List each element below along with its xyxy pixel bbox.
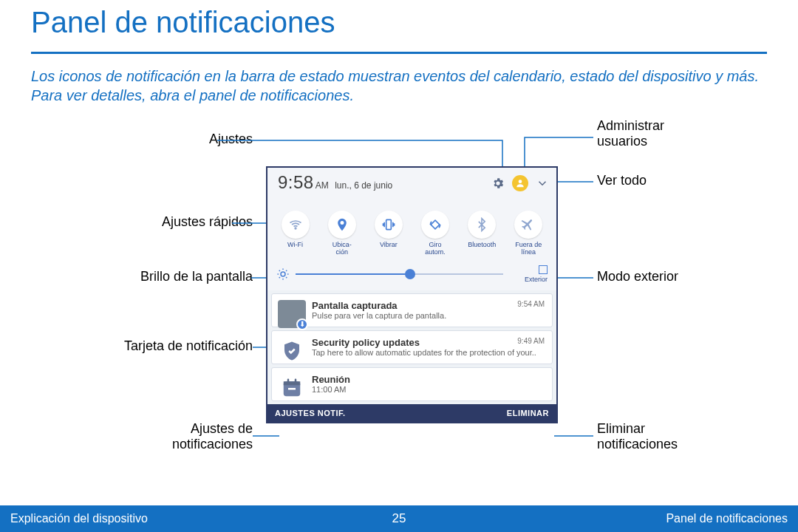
notification-card[interactable]: Reunión 11:00 AM (271, 367, 553, 401)
brightness-row: Exterior (267, 259, 556, 290)
qs-fuera-linea[interactable]: Fuera de línea (507, 211, 550, 256)
qs-wifi[interactable]: Wi-Fi (274, 211, 317, 256)
clear-all-button[interactable]: ELIMINAR (507, 409, 549, 417)
callout-admin-usuarios: Administrar usuarios (597, 118, 664, 149)
callout-ver-todo: Ver todo (597, 173, 647, 188)
airplane-icon (514, 211, 542, 239)
qs-label: Giro autom. (414, 242, 457, 256)
brightness-slider[interactable] (296, 273, 503, 275)
footer-page-number: 25 (392, 511, 406, 526)
intro-text: Los iconos de notificación en la barra d… (31, 66, 767, 105)
qs-label: Fuera de línea (507, 242, 550, 256)
footer-right: Panel de notificaciones (666, 512, 788, 525)
clock-ampm: AM (316, 180, 329, 191)
qs-label: Vibrar (367, 242, 410, 249)
outdoor-label: Exterior (525, 276, 548, 283)
clock-date: lun., 6 de junio (335, 180, 392, 191)
svg-point-4 (281, 272, 285, 276)
notif-time: 9:49 AM (517, 337, 545, 345)
notif-title: Reunión (312, 374, 546, 385)
bluetooth-icon (468, 211, 496, 239)
notification-panel: 9:58AM lun., 6 de junio Wi-Fi Ubica- ció… (266, 166, 558, 423)
notification-card[interactable]: Security policy updates Tap here to allo… (271, 330, 553, 364)
title-rule (31, 52, 767, 54)
vibrate-icon (375, 211, 403, 239)
qs-vibrar[interactable]: Vibrar (367, 211, 410, 256)
qs-label: Bluetooth (460, 242, 503, 249)
wifi-icon (282, 211, 310, 239)
notif-settings-button[interactable]: AJUSTES NOTIF. (275, 409, 346, 417)
qs-label: Ubica- ción (321, 242, 364, 256)
svg-point-0 (519, 180, 522, 183)
svg-point-1 (295, 228, 296, 229)
svg-rect-9 (288, 388, 296, 390)
gear-icon[interactable] (491, 177, 505, 190)
notification-card[interactable]: ⬇ Pantalla capturada Pulse para ver la c… (271, 293, 553, 327)
page-footer: Explicación del dispositivo 25 Panel de … (0, 505, 798, 532)
callout-ajustes-notif: Ajustes de notificaciones (172, 421, 253, 452)
callout-ajustes-rapidos: Ajustes rápidos (162, 214, 253, 230)
callout-ajustes: Ajustes (209, 132, 253, 147)
notif-body: 11:00 AM (312, 385, 546, 394)
checkbox-icon (539, 265, 548, 274)
svg-rect-3 (431, 220, 440, 229)
notif-title: Security policy updates (312, 337, 546, 348)
footer-left: Explicación del dispositivo (10, 512, 148, 525)
svg-rect-6 (284, 381, 301, 385)
notif-title: Pantalla capturada (312, 300, 546, 311)
outdoor-mode-toggle[interactable]: Exterior (509, 265, 548, 283)
shield-icon (278, 337, 306, 365)
qs-ubicacion[interactable]: Ubica- ción (321, 211, 364, 256)
location-icon (328, 211, 356, 239)
callout-brillo: Brillo de la pantalla (140, 269, 253, 284)
svg-rect-7 (287, 378, 290, 383)
notif-body: Tap here to allow automatic updates for … (312, 348, 546, 357)
callout-eliminar: Eliminar notificaciones (597, 421, 678, 452)
callout-tarjeta: Tarjeta de notificación (124, 338, 253, 354)
notif-body: Pulse para ver la captura de pantalla. (312, 311, 546, 320)
callout-modo-exterior: Modo exterior (597, 269, 678, 284)
brightness-icon[interactable] (276, 267, 290, 281)
svg-rect-8 (295, 378, 297, 383)
quick-settings-row: Wi-Fi Ubica- ción Vibrar Giro autom. Blu… (267, 203, 556, 259)
user-avatar-icon[interactable] (512, 175, 528, 191)
panel-footer: AJUSTES NOTIF. ELIMINAR (267, 404, 556, 422)
qs-bluetooth[interactable]: Bluetooth (460, 211, 503, 256)
svg-rect-2 (386, 219, 392, 229)
calendar-icon (278, 374, 306, 402)
clock-time: 9:58 (278, 172, 314, 192)
page-title: Panel de notificaciones (31, 6, 335, 39)
notif-time: 9:54 AM (517, 300, 545, 308)
qs-giro[interactable]: Giro autom. (414, 211, 457, 256)
panel-header: 9:58AM lun., 6 de junio (267, 168, 556, 203)
qs-label: Wi-Fi (274, 242, 317, 249)
screenshot-thumb-icon: ⬇ (278, 300, 306, 328)
rotate-icon (421, 211, 449, 239)
save-badge-icon: ⬇ (296, 318, 308, 330)
chevron-down-icon[interactable] (536, 177, 549, 190)
